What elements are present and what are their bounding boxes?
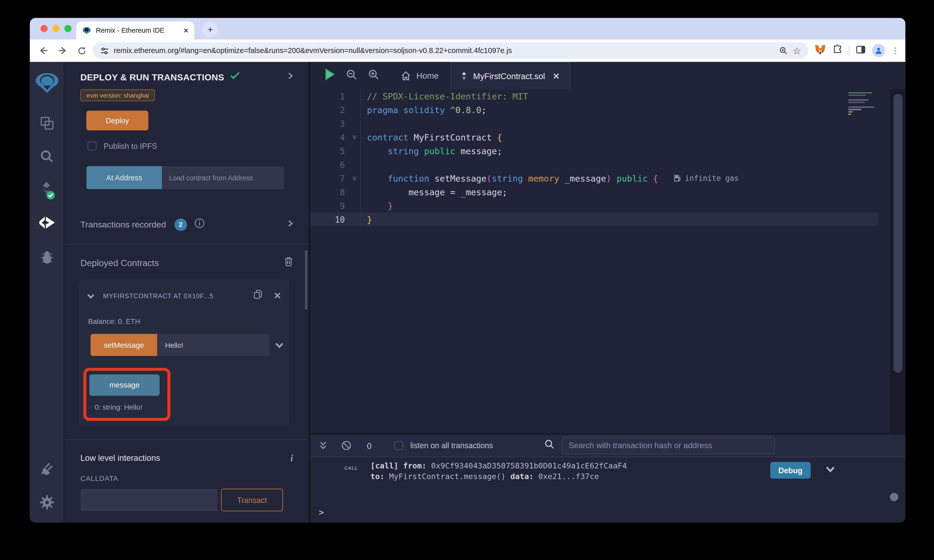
message-button[interactable]: message: [89, 374, 160, 395]
code-line[interactable]: 9 }: [310, 199, 878, 212]
low-level-info-icon[interactable]: i: [290, 453, 293, 464]
terminal-prompt[interactable]: >: [319, 507, 324, 518]
extensions-puzzle-icon[interactable]: [832, 44, 843, 57]
zoom-out-icon[interactable]: [346, 69, 358, 82]
browser-window: Remix - Ethereum IDE × + remix.ethereum.…: [30, 18, 905, 523]
new-tab-button[interactable]: +: [202, 22, 218, 37]
minimize-window-button[interactable]: [52, 25, 60, 32]
tab-close-icon[interactable]: ×: [184, 26, 188, 35]
code-token: memory: [528, 174, 564, 183]
code-line[interactable]: 4∨contract MyFirstContract {: [310, 130, 878, 144]
remove-contract-icon[interactable]: ✕: [274, 290, 281, 301]
code-token: contract: [367, 132, 414, 142]
browser-menu-icon[interactable]: ⋮: [891, 46, 900, 55]
setmessage-button[interactable]: setMessage: [91, 334, 157, 356]
site-settings-icon[interactable]: [100, 46, 109, 55]
forward-icon[interactable]: [55, 43, 70, 58]
code-line[interactable]: 10}: [310, 212, 878, 226]
editor-scrollbar-track[interactable]: [890, 89, 905, 434]
bookmark-star-icon[interactable]: ☆: [793, 45, 801, 56]
browser-tab[interactable]: Remix - Ethereum IDE ×: [76, 21, 194, 39]
code-text: // SPDX-License-Identifier: MIT: [361, 89, 528, 103]
contract-collapse-icon[interactable]: [87, 290, 95, 301]
back-icon[interactable]: [36, 43, 51, 58]
side-panel-icon[interactable]: [855, 44, 866, 57]
code-line[interactable]: 5 string public message;: [310, 144, 878, 158]
terminal-log-row[interactable]: CALL [call] from: 0x9Cf934043aD350758391…: [310, 457, 906, 482]
solidity-file-icon: [461, 71, 468, 81]
solidity-compiler-icon[interactable]: [30, 181, 64, 200]
code-token: public: [617, 174, 653, 183]
code-line[interactable]: 3: [310, 117, 878, 130]
search-icon[interactable]: [30, 149, 64, 165]
calldata-input[interactable]: [80, 489, 217, 511]
maximize-window-button[interactable]: [64, 25, 71, 32]
trash-icon[interactable]: [284, 257, 293, 269]
code-token: MyFirstContract: [414, 132, 497, 142]
log-lines: [call] from: 0x9Cf934043aD350758391b0D01…: [371, 461, 906, 482]
deploy-button[interactable]: Deploy: [86, 111, 148, 130]
code-line[interactable]: 1// SPDX-License-Identifier: MIT: [310, 89, 878, 103]
terminal-search-placeholder: Search with transaction hash or address: [569, 441, 712, 450]
at-address-input[interactable]: Load contract from Address: [162, 166, 284, 189]
remix-logo-icon[interactable]: [30, 72, 64, 95]
home-tab-label: Home: [416, 71, 439, 80]
terminal-search-input[interactable]: Search with transaction hash or address: [561, 437, 775, 454]
close-file-tab-icon[interactable]: ✕: [553, 71, 560, 81]
tx-info-icon[interactable]: [194, 218, 205, 231]
file-explorer-icon[interactable]: [30, 115, 64, 131]
check-icon: [230, 72, 240, 82]
code-line[interactable]: 7∨ function setMessage(string memory _me…: [310, 171, 878, 185]
close-window-button[interactable]: [41, 25, 48, 32]
tx-count-badge: 2: [174, 218, 187, 231]
panel-divider-2: [64, 439, 308, 440]
run-script-icon[interactable]: [325, 68, 335, 83]
tx-recorded-label: Transactions recorded: [80, 220, 166, 229]
panel-scrollbar[interactable]: [305, 250, 307, 310]
at-address-button[interactable]: At Address: [86, 166, 162, 189]
code-token: message = _message;: [367, 187, 507, 197]
editor-scrollbar-thumb[interactable]: [893, 94, 902, 372]
setmessage-expand-icon[interactable]: [275, 340, 284, 350]
clear-console-icon[interactable]: [341, 440, 351, 451]
line-number: 1: [310, 91, 348, 101]
setmessage-input[interactable]: Hello!: [157, 334, 269, 356]
debugger-icon[interactable]: [30, 249, 64, 264]
tab-myfirstcontract[interactable]: MyFirstContract.sol ✕: [450, 62, 570, 89]
code-editor[interactable]: 1// SPDX-License-Identifier: MIT2pragma …: [310, 89, 906, 434]
zoom-page-icon[interactable]: [779, 46, 788, 55]
panel-collapse-icon[interactable]: [288, 72, 293, 82]
listen-all-checkbox[interactable]: [394, 441, 403, 450]
plugin-manager-icon[interactable]: [30, 461, 64, 476]
panel-resize-handle[interactable]: [308, 62, 310, 523]
reload-icon[interactable]: [74, 43, 89, 58]
transact-button[interactable]: Transact: [221, 489, 283, 511]
code-text: [361, 158, 367, 171]
code-line[interactable]: 2pragma solidity ^0.8.0;: [310, 103, 878, 117]
publish-ipfs-checkbox[interactable]: [88, 142, 96, 151]
collapse-terminal-icon[interactable]: [319, 441, 327, 451]
settings-gear-icon[interactable]: [30, 495, 64, 510]
url-text[interactable]: remix.ethereum.org/#lang=en&optimize=fal…: [114, 46, 774, 55]
code-line[interactable]: 8 message = _message;: [310, 185, 878, 199]
log-expand-icon[interactable]: [826, 465, 835, 475]
debug-button[interactable]: Debug: [770, 462, 811, 478]
tab-home[interactable]: Home: [395, 62, 445, 89]
zoom-in-icon[interactable]: [368, 69, 379, 82]
tx-expand-icon[interactable]: [288, 219, 293, 230]
copy-address-icon[interactable]: [253, 289, 263, 302]
deploy-run-icon[interactable]: [30, 215, 64, 231]
fold-chevron-icon[interactable]: ∨: [348, 174, 361, 182]
scroll-to-bottom-bubble[interactable]: [890, 493, 898, 501]
calldata-label: CALLDATA: [80, 474, 308, 483]
metamask-extension-icon[interactable]: [814, 44, 826, 57]
profile-avatar[interactable]: [872, 44, 885, 57]
code-line[interactable]: 6: [310, 158, 878, 171]
line-number: 3: [310, 119, 348, 128]
editor-minimap[interactable]: [848, 91, 877, 116]
log-segment: from:: [403, 462, 426, 470]
code-token: ;: [481, 105, 486, 115]
fold-chevron-icon[interactable]: ∨: [348, 134, 361, 141]
url-bar[interactable]: remix.ethereum.org/#lang=en&optimize=fal…: [93, 42, 808, 59]
pending-tx-count: 0: [367, 441, 371, 451]
